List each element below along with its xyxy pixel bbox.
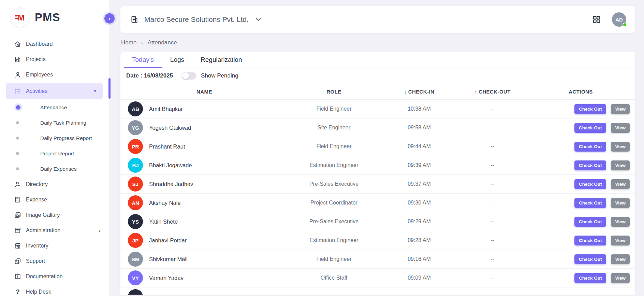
sidebar-item-projects[interactable]: Projects bbox=[0, 52, 109, 67]
check-out-button[interactable]: Check Out bbox=[574, 217, 606, 227]
check-out-time: -- bbox=[453, 162, 532, 168]
view-button[interactable]: View bbox=[611, 142, 630, 152]
table-row: VYVaman Yadav Office Staff 09:09 AM -- C… bbox=[120, 269, 635, 287]
check-in-time: 09:16 AM bbox=[385, 256, 453, 262]
sidebar-item-administration[interactable]: Administration › bbox=[0, 223, 109, 238]
check-out-time: -- bbox=[453, 143, 532, 150]
check-out-time: -- bbox=[453, 237, 532, 243]
sidebar-item-documentation[interactable]: Documentation bbox=[0, 269, 109, 284]
employee-role: Field Engineer bbox=[283, 106, 385, 112]
employee-role: Pre-Sales Executive bbox=[283, 219, 385, 225]
active-section-accent-bar bbox=[108, 78, 111, 99]
employee-role: Office Staff bbox=[283, 275, 385, 281]
sidebar-item-employees[interactable]: Employees bbox=[0, 67, 109, 82]
dot-icon bbox=[16, 167, 19, 170]
view-button[interactable]: View bbox=[611, 273, 630, 283]
check-out-button[interactable]: Check Out bbox=[574, 273, 606, 283]
sidebar-subitem-daily-progress-report[interactable]: Daily Progress Report bbox=[0, 130, 109, 146]
tab-todays[interactable]: Today's bbox=[124, 52, 162, 68]
check-out-button[interactable]: Check Out bbox=[574, 236, 606, 245]
avatar: SM bbox=[128, 252, 143, 267]
chevron-right-icon: › bbox=[99, 227, 101, 233]
tab-regularization[interactable]: Regularization bbox=[192, 52, 250, 68]
view-button[interactable]: View bbox=[611, 198, 630, 208]
active-dot-icon bbox=[16, 105, 20, 110]
sidebar-item-activities[interactable]: Activities ▼ bbox=[6, 83, 103, 99]
sidebar-subitem-daily-expenses[interactable]: Daily Expenses bbox=[0, 161, 109, 177]
show-pending-label: Show Pending bbox=[201, 72, 238, 79]
table-header: NAME ROLE ↓CHECK-IN ↑CHECK-OUT ACTIONS bbox=[120, 84, 635, 100]
sidebar-subitem-label: Daily Task Planning bbox=[40, 120, 86, 126]
company-selector[interactable]: Marco Secure Solutions Pvt. Ltd. bbox=[130, 15, 261, 24]
company-name: Marco Secure Solutions Pvt. Ltd. bbox=[144, 15, 249, 24]
avatar: JP bbox=[128, 233, 143, 248]
apps-grid-icon[interactable] bbox=[592, 15, 601, 24]
svg-text:M: M bbox=[18, 13, 25, 22]
user-avatar[interactable]: AD bbox=[612, 12, 626, 27]
sidebar-item-inventory[interactable]: Inventory bbox=[0, 238, 109, 253]
avatar: AN bbox=[128, 195, 143, 210]
view-button[interactable]: View bbox=[611, 123, 630, 133]
column-header-role: ROLE bbox=[283, 89, 385, 95]
view-button[interactable]: View bbox=[611, 160, 630, 170]
view-button[interactable]: View bbox=[611, 104, 630, 114]
sidebar-item-dashboard[interactable]: Dashboard bbox=[0, 36, 109, 52]
check-out-button[interactable]: Check Out bbox=[574, 104, 606, 114]
image-icon bbox=[14, 211, 22, 219]
top-header-bar: Marco Secure Solutions Pvt. Ltd. AD bbox=[120, 6, 635, 33]
sidebar-item-label: Employees bbox=[26, 72, 53, 78]
check-out-button[interactable]: Check Out bbox=[574, 254, 606, 264]
filter-row: Date : 16/08/2025 Show Pending bbox=[120, 68, 635, 84]
sidebar-item-label: Directory bbox=[26, 181, 48, 187]
employee-role: Estimation Engineer bbox=[283, 162, 385, 168]
check-in-time: 09:39 AM bbox=[385, 162, 453, 168]
column-header-check-out[interactable]: ↑CHECK-OUT bbox=[453, 89, 532, 95]
sidebar-item-directory[interactable]: Directory bbox=[0, 177, 109, 192]
online-status-dot bbox=[623, 23, 627, 27]
sidebar-item-help-desk[interactable]: ? Help Desk bbox=[0, 284, 109, 296]
avatar: YG bbox=[128, 120, 143, 135]
date-label: Date : 16/08/2025 bbox=[126, 72, 173, 79]
column-header-check-in[interactable]: ↓CHECK-IN bbox=[385, 89, 453, 95]
dot-icon bbox=[16, 137, 19, 140]
employee-name: Yatin Shete bbox=[149, 219, 178, 225]
sidebar-item-expense[interactable]: Expense bbox=[0, 192, 109, 207]
check-out-button[interactable]: Check Out bbox=[574, 123, 606, 133]
view-button[interactable]: View bbox=[611, 179, 630, 189]
building-icon bbox=[14, 55, 22, 64]
employee-name: Amit Bhapkar bbox=[149, 106, 183, 112]
employee-role: Field Engineer bbox=[283, 143, 385, 150]
check-in-time: 09:28 AM bbox=[385, 237, 453, 243]
check-in-time: 09:37 AM bbox=[385, 181, 453, 187]
employee-name: Yogesh Gaikwad bbox=[149, 125, 191, 131]
question-icon: ? bbox=[14, 288, 22, 296]
person-icon bbox=[14, 71, 22, 79]
view-button[interactable]: View bbox=[611, 254, 630, 264]
sidebar-subitem-attendance[interactable]: Attendance bbox=[0, 100, 109, 115]
employee-name: Akshay Nale bbox=[149, 200, 181, 206]
tab-logs[interactable]: Logs bbox=[162, 52, 192, 68]
sidebar-collapse-button[interactable]: ‹ bbox=[104, 13, 115, 24]
check-out-button[interactable]: Check Out bbox=[574, 179, 606, 189]
sidebar-subitem-project-report[interactable]: Project Report bbox=[0, 146, 109, 161]
check-out-time: -- bbox=[453, 256, 532, 262]
employee-name: Shivkumar Mali bbox=[149, 256, 188, 263]
sidebar-item-label: Dashboard bbox=[26, 41, 53, 47]
sidebar-subitem-daily-task-planning[interactable]: Daily Task Planning bbox=[0, 115, 109, 130]
view-button[interactable]: View bbox=[611, 236, 630, 245]
show-pending-toggle[interactable] bbox=[182, 72, 196, 80]
column-header-actions: ACTIONS bbox=[532, 89, 630, 95]
check-out-button[interactable]: Check Out bbox=[574, 198, 606, 208]
check-out-button[interactable]: Check Out bbox=[574, 142, 606, 152]
sidebar-item-label: Activities bbox=[26, 88, 47, 94]
view-button[interactable]: View bbox=[611, 217, 630, 227]
sidebar-item-support[interactable]: Support bbox=[0, 253, 109, 269]
check-out-button[interactable]: Check Out bbox=[574, 160, 606, 170]
list-icon bbox=[14, 87, 22, 95]
check-out-time: -- bbox=[453, 275, 532, 281]
sidebar-item-image-gallary[interactable]: Image Gallary bbox=[0, 207, 109, 223]
table-row: ANAkshay Nale Project Coordinator 09:30 … bbox=[120, 194, 635, 212]
sidebar-item-label: Image Gallary bbox=[26, 212, 60, 218]
breadcrumb-home[interactable]: Home bbox=[121, 39, 136, 46]
check-out-time: -- bbox=[453, 106, 532, 112]
